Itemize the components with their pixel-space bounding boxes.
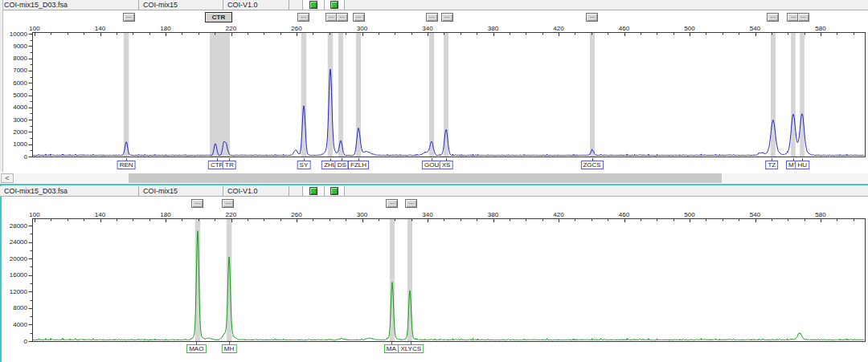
x-axis-label: 540 (750, 211, 761, 218)
marker-label-hu[interactable]: HU (795, 161, 809, 169)
marker-label-gou[interactable]: GOU (422, 161, 441, 169)
x-axis-label: 380 (488, 25, 499, 32)
sample-name-cell[interactable]: COI-mix15 (139, 186, 223, 196)
x-axis-label: 420 (553, 25, 564, 32)
sample-panel-blue: COI-mix15_D03.fsa COI-mix15 COI-V1.0 ...… (0, 0, 868, 171)
x-axis-label: 100 (29, 211, 40, 218)
y-axis-label: 5000 (13, 92, 27, 99)
y-axis-label: 16000 (10, 271, 28, 279)
y-axis-label: 24000 (10, 238, 28, 246)
panel-header: COI-mix15_D03.fsa COI-mix15 COI-V1.0 (0, 186, 868, 197)
panel-name-cell[interactable]: COI-V1.0 (223, 0, 289, 10)
marker-label-tr[interactable]: TR (223, 161, 236, 169)
plot-frame (33, 219, 866, 342)
marker-button-sy[interactable]: ... (297, 13, 309, 22)
marker-button-xlycs[interactable]: ... (405, 199, 417, 208)
dye-checked-icon (330, 1, 338, 9)
x-axis-label: 180 (160, 211, 171, 218)
marker-label-xlycs[interactable]: XLYCS (398, 344, 424, 353)
x-axis-label: 540 (750, 25, 761, 32)
x-axis-label: 220 (226, 211, 237, 218)
marker-label-ma[interactable]: MA (384, 344, 399, 353)
marker-button-tz[interactable]: ... (767, 13, 779, 22)
marker-label-zgcs[interactable]: ZGCS (580, 161, 603, 169)
marker-button-row: ............ (0, 197, 868, 209)
marker-label-mh[interactable]: MH (222, 344, 236, 353)
y-axis-label: 9000 (13, 43, 27, 50)
marker-button-xs[interactable]: ... (441, 13, 453, 22)
y-axis-label: 10000 (10, 31, 28, 38)
selected-panel-border-top (0, 184, 868, 185)
marker-button-mh[interactable]: ... (222, 199, 234, 208)
x-axis-label: 300 (357, 25, 368, 32)
marker-button-ren[interactable]: ... (123, 13, 135, 22)
y-axis-label: 28000 (10, 222, 28, 230)
x-axis-label: 220 (226, 25, 237, 32)
marker-label-fzlh[interactable]: FZLH (348, 161, 369, 169)
marker-bin-ds (338, 33, 343, 157)
x-axis-label: 140 (95, 25, 106, 32)
x-axis-label: 260 (291, 25, 302, 32)
marker-label-ren[interactable]: REN (117, 161, 136, 169)
plot-frame (33, 33, 866, 157)
marker-button-gou[interactable]: ... (426, 13, 438, 22)
x-axis-label: 340 (422, 211, 433, 218)
marker-bin-zhu (328, 33, 334, 157)
y-axis-label: 4000 (13, 321, 27, 328)
y-axis-label: 2000 (13, 128, 27, 136)
marker-bin-hu (800, 33, 805, 157)
marker-label-tz[interactable]: TZ (765, 161, 778, 169)
scrollbar-thumb[interactable] (129, 173, 722, 183)
marker-label-mao[interactable]: MAO (186, 344, 206, 353)
y-axis-label: 20000 (10, 255, 28, 262)
sample-name-cell[interactable]: COI-mix15 (139, 0, 223, 10)
marker-button-row: .................................CTR (0, 10, 868, 23)
sample-file-cell[interactable]: COI-mix15_D03.fsa (0, 186, 139, 196)
electropherogram-blue[interactable]: 1001401802202603003403804204605005405800… (0, 23, 868, 161)
dye-checkbox-1[interactable] (303, 186, 325, 196)
marker-bin-ren (124, 33, 129, 157)
marker-button-ds[interactable]: ... (336, 13, 348, 22)
dye-checkbox-2[interactable] (325, 0, 345, 10)
marker-label-row: MAOMHMAXLYCS (0, 342, 868, 356)
marker-label-row: RENCTRTRSYZHUDSFZLHGOUXSZGCSTZMYHU (0, 158, 868, 172)
x-axis-label: 460 (619, 25, 630, 32)
marker-label-ds[interactable]: DS (335, 161, 349, 169)
range-button-ctr[interactable]: CTR (205, 12, 232, 22)
x-axis-label: 420 (553, 211, 564, 218)
panel-name-cell[interactable]: COI-V1.0 (223, 186, 289, 196)
header-filler-cell (345, 186, 868, 196)
y-axis-label: 1000 (13, 140, 27, 148)
header-filler-cell (345, 0, 868, 10)
marker-button-fzlh[interactable]: ... (353, 13, 365, 22)
marker-label-xs[interactable]: XS (440, 161, 453, 169)
x-axis-label: 140 (95, 211, 106, 218)
marker-bin-gou (429, 33, 434, 157)
y-axis-label: 3000 (13, 116, 27, 124)
scrollbar-track[interactable] (14, 173, 868, 183)
dye-checked-icon (330, 187, 338, 195)
y-axis-label: 7000 (13, 67, 27, 74)
sample-panel-green: COI-mix15_D03.fsa COI-mix15 COI-V1.0 ...… (0, 186, 868, 362)
x-axis-label: 100 (29, 25, 40, 32)
x-axis-label: 340 (422, 25, 433, 32)
x-axis-label: 500 (684, 211, 695, 218)
marker-bin-ctr (210, 33, 230, 157)
y-axis-label: 12000 (10, 288, 28, 295)
marker-button-ma[interactable]: ... (386, 199, 398, 208)
scroll-left-button[interactable]: < (1, 173, 14, 183)
marker-button-mao[interactable]: ... (191, 199, 203, 208)
electropherogram-green[interactable]: 1001401802202603003403804204605005405800… (0, 209, 868, 348)
sample-file-cell[interactable]: COI-mix15_D03.fsa (0, 0, 139, 10)
y-axis-label: 6000 (13, 79, 27, 87)
header-spacer-cell (289, 186, 303, 196)
genotyping-plot-window: COI-mix15_D03.fsa COI-mix15 COI-V1.0 ...… (0, 0, 868, 362)
dye-checkbox-1[interactable] (303, 0, 325, 10)
marker-button-hu[interactable]: ... (797, 13, 809, 22)
plot-horizontal-scrollbar: < (0, 173, 868, 183)
marker-button-zgcs[interactable]: ... (586, 13, 598, 22)
marker-bin-zgcs (590, 33, 595, 157)
dye-checkbox-2[interactable] (325, 186, 345, 196)
dye-checked-icon (309, 1, 317, 9)
marker-label-sy[interactable]: SY (297, 161, 311, 169)
